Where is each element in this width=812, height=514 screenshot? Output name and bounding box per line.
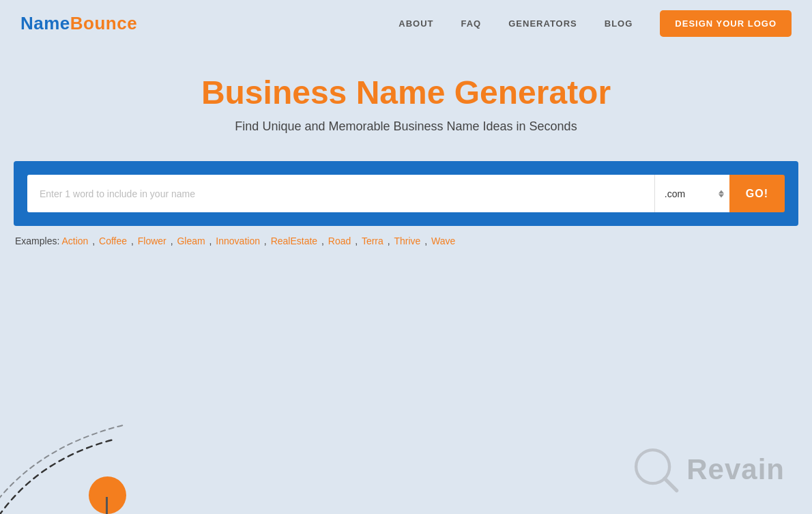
character-body — [106, 497, 108, 514]
example-gleam[interactable]: Gleam — [177, 235, 205, 246]
domain-select-wrapper: .com .net .org .io .co — [654, 175, 729, 212]
logo-text: NameBounce — [20, 13, 137, 34]
arrow-up-icon — [719, 190, 724, 193]
revain-watermark: Revain — [632, 446, 785, 494]
hero-section: Business Name Generator Find Unique and … — [0, 46, 812, 147]
go-button[interactable]: GO! — [729, 175, 785, 212]
svg-line-1 — [665, 479, 677, 491]
search-container: .com .net .org .io .co GO! — [14, 161, 798, 226]
example-innovation[interactable]: Innovation — [216, 235, 260, 246]
revain-text: Revain — [686, 453, 785, 486]
nav-generators[interactable]: GENERATORS — [508, 18, 577, 29]
character-illustration — [89, 476, 126, 514]
examples-label: Examples: — [15, 235, 59, 246]
example-wave[interactable]: Wave — [431, 235, 455, 246]
example-terra[interactable]: Terra — [362, 235, 383, 246]
example-thrive[interactable]: Thrive — [394, 235, 421, 246]
arrow-down-icon — [719, 194, 724, 197]
nav-faq[interactable]: FAQ — [461, 18, 482, 29]
logo[interactable]: NameBounce — [20, 13, 137, 34]
nav-about[interactable]: ABOUT — [398, 18, 433, 29]
example-links: Action , Coffee , Flower , Gleam , Innov… — [61, 235, 455, 246]
example-action[interactable]: Action — [61, 235, 88, 246]
example-flower[interactable]: Flower — [138, 235, 166, 246]
search-input[interactable] — [27, 175, 654, 212]
hero-subtitle: Find Unique and Memorable Business Name … — [14, 119, 798, 134]
search-bar: .com .net .org .io .co GO! — [27, 175, 785, 212]
main-nav: ABOUT FAQ GENERATORS BLOG DESIGN YOUR LO… — [398, 10, 792, 37]
revain-logo-icon — [632, 446, 680, 494]
example-coffee[interactable]: Coffee — [99, 235, 127, 246]
logo-bounce-part: Bounce — [70, 13, 137, 33]
logo-name-part: Name — [20, 13, 70, 33]
illustration-area — [0, 405, 205, 514]
dashed-arc-illustration — [0, 418, 171, 514]
spinner-arrows — [719, 190, 724, 197]
examples-section: Examples: Action , Coffee , Flower , Gle… — [0, 226, 812, 256]
header: NameBounce ABOUT FAQ GENERATORS BLOG DES… — [0, 0, 812, 46]
example-realestate[interactable]: RealEstate — [271, 235, 317, 246]
example-road[interactable]: Road — [328, 235, 351, 246]
hero-title: Business Name Generator — [14, 74, 798, 111]
nav-blog[interactable]: BLOG — [605, 18, 633, 29]
design-logo-button[interactable]: DESIGN YOUR LOGO — [660, 10, 792, 37]
